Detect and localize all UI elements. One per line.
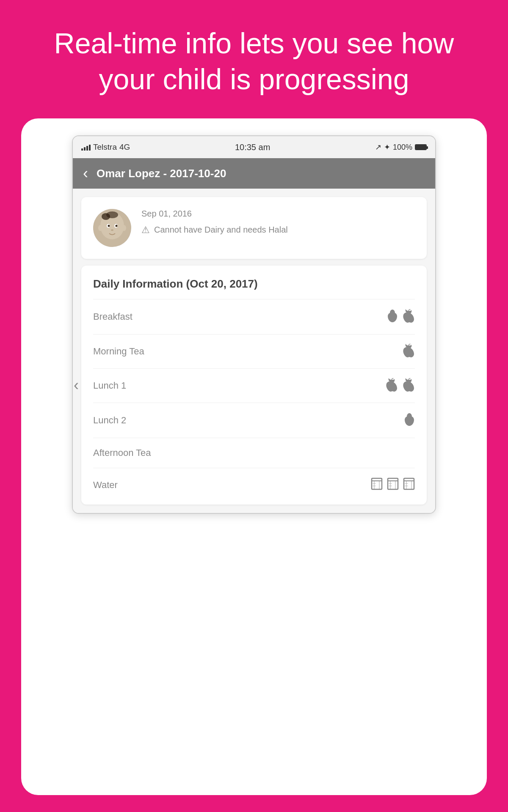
profile-card: Sep 01, 2016 ⚠ Cannot have Dairy and nee… <box>81 197 427 259</box>
meal-row-breakfast: Breakfast <box>93 299 415 334</box>
cup-icon-1 <box>371 477 383 493</box>
cup-icon-3 <box>403 477 415 493</box>
network-label: 4G <box>119 143 130 152</box>
meal-icons-breakfast <box>387 309 415 325</box>
signal-icon <box>81 144 91 151</box>
svg-point-7 <box>116 225 118 227</box>
apple-icon-4 <box>402 378 415 393</box>
pear-icon-2 <box>404 412 415 428</box>
pear-icon <box>387 309 398 325</box>
apple-icon <box>402 309 415 324</box>
apple-icon-3 <box>385 378 398 393</box>
content-area: Sep 01, 2016 ⚠ Cannot have Dairy and nee… <box>73 189 435 513</box>
status-time: 10:35 am <box>235 143 270 152</box>
daily-card-wrapper: ‹ Daily Information (Oct 20, 2017) Break… <box>81 266 427 505</box>
app-header: ‹ Omar Lopez - 2017-10-20 <box>73 158 435 189</box>
svg-point-3 <box>106 211 118 218</box>
cup-icon-2 <box>387 477 399 493</box>
svg-rect-13 <box>404 478 414 489</box>
page-title: Real-time info lets you see how your chi… <box>34 25 474 97</box>
daily-card: Daily Information (Oct 20, 2017) Breakfa… <box>81 266 427 505</box>
meal-row-afternoon-tea: Afternoon Tea <box>93 438 415 468</box>
status-right: ↗ ✦ 100% <box>375 143 427 152</box>
battery-icon <box>415 144 427 150</box>
avatar <box>93 209 131 247</box>
battery-percent: 100% <box>393 143 412 152</box>
meal-icons-lunch2 <box>404 412 415 428</box>
phone-frame: Telstra 4G 10:35 am ↗ ✦ 100% ‹ Omar Lope… <box>72 135 436 514</box>
daily-title: Daily Information (Oct 20, 2017) <box>93 277 415 291</box>
left-nav-arrow[interactable]: ‹ <box>74 376 79 394</box>
baby-avatar-svg <box>93 209 131 247</box>
meal-row-lunch1: Lunch 1 <box>93 368 415 403</box>
meal-name-lunch1: Lunch 1 <box>93 380 126 391</box>
meal-name-water: Water <box>93 480 118 491</box>
location-icon: ↗ <box>375 143 381 152</box>
carrier-label: Telstra <box>93 143 117 152</box>
profile-date: Sep 01, 2016 <box>141 209 415 219</box>
svg-point-6 <box>108 225 110 227</box>
profile-note-text: Cannot have Dairy and needs Halal <box>154 224 288 236</box>
status-bar: Telstra 4G 10:35 am ↗ ✦ 100% <box>73 136 435 158</box>
profile-info: Sep 01, 2016 ⚠ Cannot have Dairy and nee… <box>141 209 415 236</box>
meal-icons-morning-tea <box>402 344 415 359</box>
meal-name-lunch2: Lunch 2 <box>93 415 126 426</box>
svg-rect-11 <box>372 478 382 489</box>
svg-rect-12 <box>388 478 398 489</box>
svg-point-10 <box>122 225 126 231</box>
meal-row-water: Water <box>93 468 415 505</box>
bluetooth-icon: ✦ <box>384 143 390 152</box>
meal-name-afternoon-tea: Afternoon Tea <box>93 447 151 458</box>
header-section: Real-time info lets you see how your chi… <box>0 0 508 118</box>
svg-point-8 <box>111 229 113 231</box>
back-button[interactable]: ‹ <box>83 166 88 181</box>
apple-icon-2 <box>402 344 415 359</box>
status-left: Telstra 4G <box>81 143 130 152</box>
meal-icons-lunch1 <box>385 378 415 393</box>
svg-point-9 <box>98 225 102 231</box>
meal-row-lunch2: Lunch 2 <box>93 403 415 438</box>
phone-container: Telstra 4G 10:35 am ↗ ✦ 100% ‹ Omar Lope… <box>21 118 487 795</box>
alert-icon: ⚠ <box>141 225 150 236</box>
profile-note-row: ⚠ Cannot have Dairy and needs Halal <box>141 224 415 236</box>
meal-name-morning-tea: Morning Tea <box>93 346 144 357</box>
meal-icons-water <box>371 477 415 493</box>
meal-name-breakfast: Breakfast <box>93 311 133 322</box>
meal-row-morning-tea: Morning Tea <box>93 334 415 368</box>
nav-title: Omar Lopez - 2017-10-20 <box>97 167 226 180</box>
